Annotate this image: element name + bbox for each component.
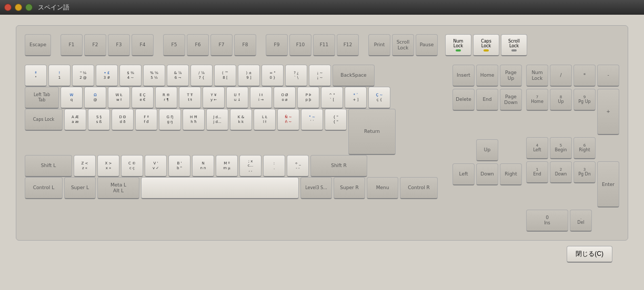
key-num-0[interactable]: 0Ins <box>526 210 568 232</box>
key-num-slash[interactable]: / <box>550 65 572 87</box>
key-backslash[interactable]: * ¨ + ] <box>345 87 367 109</box>
key-period[interactable]: : . <box>263 155 285 177</box>
key-f10[interactable]: F10 <box>289 34 311 56</box>
key-backspace[interactable]: BackSpace <box>333 65 375 87</box>
key-8[interactable]: ( ™ 8 [ <box>214 65 236 87</box>
key-tilde[interactable]: { " { " <box>325 109 347 131</box>
key-f12[interactable]: F12 <box>337 34 359 56</box>
key-alt-l[interactable]: Meta L Alt L <box>97 177 139 199</box>
key-f3[interactable]: F3 <box>108 34 130 56</box>
key-num-multiply[interactable]: * <box>573 65 596 87</box>
key-page-down[interactable]: PageDown <box>500 89 522 111</box>
key-grave[interactable]: ª ° <box>25 65 47 87</box>
key-s[interactable]: S § s ß <box>88 109 110 131</box>
key-i[interactable]: U ↑ u ↓ <box>226 87 248 109</box>
key-space[interactable] <box>141 177 299 199</box>
key-left[interactable]: Left <box>452 163 475 185</box>
key-2[interactable]: " ⅛ 2 @ <box>72 65 94 87</box>
key-f11[interactable]: F11 <box>313 34 335 56</box>
key-g[interactable]: G Ŋ g ŋ <box>159 109 181 131</box>
key-num-lock[interactable]: NumLock <box>526 65 548 87</box>
key-right[interactable]: Right <box>500 163 522 185</box>
key-shift-r[interactable]: Shift R <box>310 155 367 177</box>
key-d[interactable]: D Ð d ð <box>112 109 134 131</box>
key-page-up[interactable]: PageUp <box>500 65 522 87</box>
key-menu[interactable]: Menu <box>367 177 398 199</box>
key-f[interactable]: F ª f đ <box>135 109 157 131</box>
key-w[interactable]: Ω @ <box>84 87 106 109</box>
key-home[interactable]: Home <box>476 65 498 87</box>
key-intl[interactable]: Ç ~ ç { <box>368 87 390 109</box>
key-num-6[interactable]: 6Right <box>573 137 596 159</box>
key-num-2[interactable]: 2Down <box>550 161 572 183</box>
key-slash[interactable]: ÷ _ - - <box>287 155 309 177</box>
key-c[interactable]: C © c ç <box>121 155 143 177</box>
key-p[interactable]: O Ø o ø <box>274 87 296 109</box>
key-num-decimal[interactable]: .Del <box>570 210 592 232</box>
key-comma[interactable]: ; xc... , , <box>239 155 261 177</box>
key-num-7[interactable]: 7Home <box>526 89 548 111</box>
key-quote[interactable]: ° ~ ´ ` <box>301 109 323 131</box>
key-num-1[interactable]: 1End <box>526 161 548 183</box>
key-equals[interactable]: ¡ ~ ¡ ~ <box>309 65 331 87</box>
key-semicolon[interactable]: Ñ ~ ñ ~ <box>277 109 299 131</box>
key-scroll-lock[interactable]: ScrollLock <box>392 34 414 56</box>
key-return[interactable]: Return <box>348 109 396 155</box>
key-n[interactable]: N n n <box>192 155 214 177</box>
key-t[interactable]: R ® r ¶ <box>155 87 177 109</box>
key-print[interactable]: Print <box>368 34 390 56</box>
key-x[interactable]: X > x » <box>97 155 119 177</box>
key-shift-l[interactable]: Shift L <box>25 155 72 177</box>
minimize-button[interactable] <box>15 4 22 11</box>
key-num-5[interactable]: 5Begin <box>550 137 572 159</box>
key-f5[interactable]: F5 <box>163 34 185 56</box>
key-bracket-l[interactable]: P Þ p þ <box>297 87 319 109</box>
key-b[interactable]: B ' b " <box>168 155 190 177</box>
key-num-4[interactable]: 4Left <box>526 137 548 159</box>
key-end[interactable]: End <box>476 89 498 111</box>
key-insert[interactable]: Insert <box>452 65 475 87</box>
key-ctrl-l[interactable]: Control L <box>25 177 63 199</box>
key-minus[interactable]: ? ¿ ` \ <box>285 65 307 87</box>
key-u[interactable]: Y ¥ y ← <box>203 87 225 109</box>
key-up[interactable]: Up <box>476 139 498 161</box>
key-num-9[interactable]: 9Pg Up <box>573 89 596 111</box>
key-f9[interactable]: F9 <box>266 34 288 56</box>
key-6[interactable]: & ⅞ 6 ¬ <box>167 65 189 87</box>
key-m[interactable]: M º m µ <box>216 155 238 177</box>
key-super-l[interactable]: Super L <box>64 177 96 199</box>
key-tab[interactable]: Left Tab Tab <box>25 87 59 109</box>
key-y[interactable]: T Ŧ t ŧ <box>179 87 201 109</box>
key-5[interactable]: % ⅝ 5 ½ <box>143 65 165 87</box>
key-f1[interactable]: F1 <box>61 34 83 56</box>
key-3[interactable]: • £ 3 # <box>96 65 118 87</box>
key-level3[interactable]: Level3 S... <box>300 177 332 199</box>
key-escape[interactable]: Escape <box>25 34 51 56</box>
key-1[interactable]: ! 1 <box>48 65 71 87</box>
key-0[interactable]: = ° 0 } <box>261 65 284 87</box>
close-button[interactable] <box>4 4 12 11</box>
key-k[interactable]: K & k k <box>230 109 252 131</box>
key-q[interactable]: W q <box>61 87 83 109</box>
key-pause[interactable]: Pause <box>416 34 438 56</box>
key-num-8[interactable]: 8Up <box>550 89 572 111</box>
key-r[interactable]: E Ç e € <box>132 87 154 109</box>
key-4[interactable]: $ ⅜ 4 ~ <box>119 65 142 87</box>
key-z[interactable]: Z < z « <box>74 155 96 177</box>
maximize-button[interactable] <box>25 4 33 11</box>
key-v[interactable]: V ' v ✓ <box>145 155 167 177</box>
key-f7[interactable]: F7 <box>210 34 233 56</box>
key-e[interactable]: W Ł w ł <box>108 87 130 109</box>
key-f8[interactable]: F8 <box>234 34 256 56</box>
close-dialog-button[interactable]: 閉じる(C) <box>567 246 612 263</box>
key-h[interactable]: H Ħ h ħ <box>183 109 205 131</box>
key-7[interactable]: / ⅞ 7 { <box>190 65 213 87</box>
key-super-r[interactable]: Super R <box>334 177 365 199</box>
key-j[interactable]: J d... j d... <box>206 109 228 131</box>
key-down[interactable]: Down <box>476 163 498 185</box>
key-f2[interactable]: F2 <box>84 34 106 56</box>
key-l[interactable]: L Ł l ł <box>254 109 276 131</box>
key-ctrl-r[interactable]: Control R <box>400 177 438 199</box>
key-num-3[interactable]: 3Pg Dn <box>573 161 596 183</box>
key-bracket-r[interactable]: ^ ° ` [ <box>321 87 343 109</box>
